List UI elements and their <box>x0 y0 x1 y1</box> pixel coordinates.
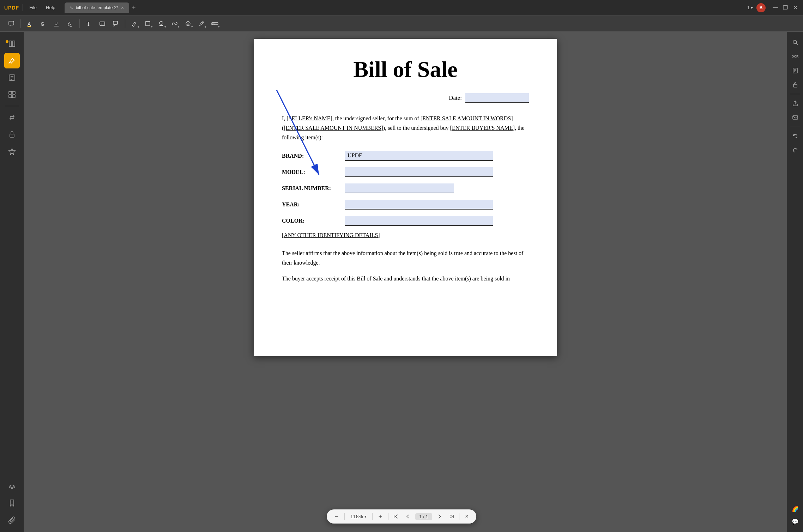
new-tab-btn[interactable]: + <box>132 4 136 11</box>
redo-btn[interactable] <box>789 144 802 157</box>
model-input[interactable] <box>345 167 493 177</box>
zoom-bar: − 118% ▾ + 1 / 1 × <box>327 509 476 524</box>
svg-text:T: T <box>87 21 90 27</box>
link-tool[interactable] <box>169 18 180 29</box>
callout-tool[interactable] <box>110 18 121 29</box>
nav-first-btn[interactable] <box>391 512 400 521</box>
text-tool[interactable]: T <box>83 18 95 29</box>
zoom-value-selector[interactable]: 118% ▾ <box>348 513 369 520</box>
comment-tool[interactable] <box>6 18 17 29</box>
svg-rect-33 <box>12 91 15 94</box>
svg-rect-12 <box>146 22 150 26</box>
svg-rect-25 <box>12 41 15 47</box>
shape-tool[interactable] <box>142 18 153 29</box>
pdf-area: Bill of Sale Date: I, [SELLER's NAME], t… <box>24 32 787 532</box>
sale-amount-words-placeholder: [ENTER SALE AMOUNT IN WORDS] <box>421 115 513 121</box>
share-btn[interactable] <box>789 97 802 110</box>
sidebar-item-bookmarks[interactable] <box>4 495 20 511</box>
sidebar-item-read[interactable] <box>4 36 20 52</box>
menu-help[interactable]: Help <box>43 4 58 12</box>
toolbar-divider-2 <box>79 19 80 28</box>
svg-rect-24 <box>9 41 12 47</box>
annotation-arrow <box>254 39 557 356</box>
right-divider-1 <box>790 94 800 94</box>
highlight-tool[interactable]: A <box>24 18 36 29</box>
svg-rect-34 <box>9 95 12 98</box>
year-label: YEAR: <box>282 201 342 208</box>
pencil-tool[interactable] <box>129 18 140 29</box>
minimize-btn[interactable]: — <box>772 4 779 11</box>
color-input[interactable] <box>345 216 493 226</box>
sidebar-item-ai[interactable] <box>4 144 20 159</box>
text-box-tool[interactable]: T <box>97 18 108 29</box>
pen-tool[interactable] <box>196 18 207 29</box>
zoom-bar-close[interactable]: × <box>462 512 471 521</box>
sale-amount-numbers-placeholder: [ENTER SALE AMOUNT IN NUMBERS] <box>284 125 383 131</box>
strikethrough-tool[interactable]: S <box>38 18 49 29</box>
sidebar-item-convert[interactable] <box>4 110 20 125</box>
top-divider <box>23 4 23 11</box>
measure-tool[interactable] <box>209 18 221 29</box>
undo-btn[interactable] <box>789 130 802 143</box>
sidebar-item-pages[interactable] <box>4 87 20 102</box>
sidebar-item-annotate[interactable] <box>4 53 20 68</box>
svg-text:S: S <box>41 21 44 27</box>
rainbow-btn[interactable]: 🌈 <box>789 502 802 515</box>
maximize-btn[interactable]: ❐ <box>782 4 789 11</box>
svg-text:T: T <box>101 22 103 26</box>
svg-marker-37 <box>9 148 15 155</box>
wavy-underline-tool[interactable]: A <box>65 18 76 29</box>
chat-ai-btn[interactable]: 💬 <box>789 515 802 528</box>
menu-file[interactable]: File <box>26 4 40 12</box>
nav-last-btn[interactable] <box>447 512 456 521</box>
close-btn[interactable]: ✕ <box>792 4 799 11</box>
svg-rect-47 <box>793 116 798 119</box>
svg-rect-36 <box>10 134 14 137</box>
zoom-in-btn[interactable]: + <box>375 512 385 521</box>
date-row: Date: <box>282 93 529 103</box>
serial-row: SERIAL NUMBER: <box>282 183 529 193</box>
pdf-page: Bill of Sale Date: I, [SELLER's NAME], t… <box>254 39 557 356</box>
tab-filename: bill-of-sale-template-2* <box>76 5 118 10</box>
zoom-divider-3 <box>388 513 388 520</box>
toolbar: A S U A T T A <box>0 16 803 32</box>
active-tab[interactable]: ✎ bill-of-sale-template-2* × <box>65 2 129 13</box>
signature-tool[interactable]: A <box>182 18 194 29</box>
nav-prev-btn[interactable] <box>403 512 412 521</box>
sidebar-item-edit[interactable] <box>4 70 20 85</box>
model-label: MODEL: <box>282 169 342 175</box>
sidebar-item-layers[interactable] <box>4 478 20 494</box>
page-number-display[interactable]: 1 / 1 <box>415 513 432 520</box>
serial-input[interactable] <box>345 183 454 193</box>
search-panel-btn[interactable] <box>789 36 802 49</box>
year-input[interactable] <box>345 200 493 210</box>
svg-line-26 <box>12 59 14 60</box>
affirm-para-1: The seller affirms that the above inform… <box>282 248 529 267</box>
right-divider-2 <box>790 127 800 127</box>
stamp-tool[interactable] <box>156 18 167 29</box>
ocr-btn[interactable]: OCR <box>789 50 802 63</box>
zoom-out-btn[interactable]: − <box>332 512 342 521</box>
date-input[interactable] <box>465 93 529 103</box>
tab-close-btn[interactable]: × <box>121 5 124 11</box>
date-label: Date: <box>449 95 462 102</box>
nav-next-btn[interactable] <box>435 512 444 521</box>
brand-input[interactable]: UPDF <box>345 151 493 161</box>
toolbar-divider-3 <box>125 19 125 28</box>
page-info-btn[interactable] <box>789 64 802 77</box>
user-avatar[interactable]: B <box>756 3 766 12</box>
sidebar-item-protect[interactable] <box>4 127 20 142</box>
svg-point-40 <box>793 40 797 44</box>
svg-rect-0 <box>9 21 14 25</box>
sidebar-item-attachments[interactable] <box>4 512 20 528</box>
sidebar-bottom <box>4 478 20 528</box>
color-label: COLOR: <box>282 218 342 224</box>
svg-text:A: A <box>68 21 71 26</box>
right-sidebar: OCR 🌈 💬 <box>787 32 803 532</box>
email-btn[interactable] <box>789 111 802 124</box>
toolbar-divider-1 <box>20 19 21 28</box>
svg-rect-10 <box>113 21 117 24</box>
underline-tool[interactable]: U <box>51 18 62 29</box>
secure-btn[interactable] <box>789 78 802 91</box>
svg-line-41 <box>796 43 798 45</box>
